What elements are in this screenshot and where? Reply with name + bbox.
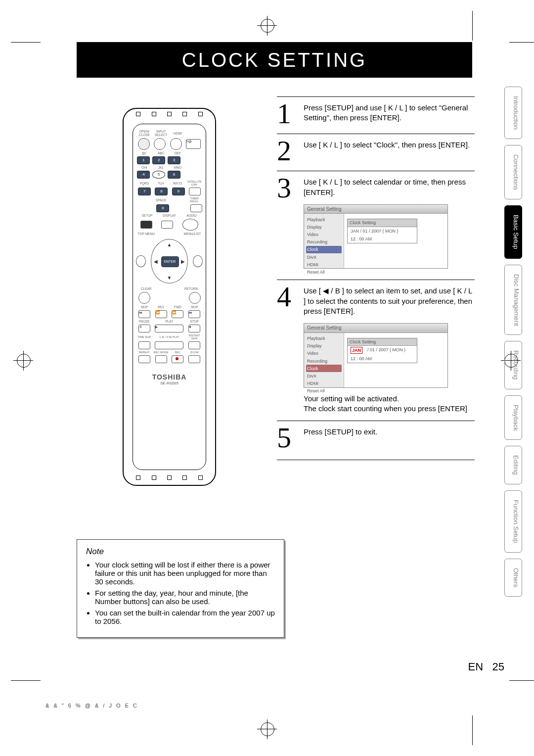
lbl-play: PLAY — [153, 320, 186, 323]
tab-function-setup: Function Setup — [504, 490, 522, 552]
step-text: Use [ K / L ] to select calendar or time… — [304, 177, 475, 197]
note-title: Note — [86, 547, 275, 557]
step-text: Use [ K / L ] to select "Clock", then pr… — [304, 138, 470, 164]
osd-menu-item: Reset All — [306, 268, 342, 276]
d-pad: ENTER ▲ ▼ ◀ ▶ — [146, 239, 193, 284]
lbl-skip-r: SKIP — [186, 305, 203, 309]
osd-menu-item: Playback — [306, 335, 342, 342]
osd-menu-item-selected: Clock — [306, 365, 342, 372]
hdmi-button — [170, 138, 182, 150]
arrow-down-icon: ▼ — [167, 275, 172, 281]
arrow-left-icon: ◀ — [154, 259, 158, 264]
crop-mark-icon — [257, 25, 277, 26]
lbl-clear: CLEAR — [141, 287, 160, 290]
btn-label-hdmi: HDMI — [170, 132, 186, 135]
ir-window-icon — [198, 112, 203, 116]
lbl-return: RETURN — [179, 287, 198, 290]
note-item: Your clock setting will be lost if eithe… — [95, 561, 275, 586]
lbl-timer: TIMER PROG. — [186, 197, 203, 203]
osd-date-rest: / 01 / 2007 ( MON ) — [367, 347, 405, 354]
ir-window-icon — [152, 112, 156, 116]
num-5-button: 5 — [152, 171, 165, 179]
lbl-space: SPACE — [153, 198, 170, 202]
lbl-zoom: ZOOM — [186, 351, 203, 354]
rec-button — [172, 355, 183, 363]
recmode-button — [155, 355, 167, 363]
lbl-rec: REC — [170, 351, 186, 354]
lbl-jkl: JKL — [153, 166, 170, 169]
step-4: 4 Use [ ◀ / B ] to select an item to set… — [277, 280, 475, 421]
ir-window-icon — [198, 475, 203, 480]
top-menu-button — [136, 255, 146, 267]
lbl-pqrs: PQRS — [136, 182, 153, 185]
record-icon — [176, 357, 178, 360]
lbl-recmode: REC MODE — [153, 351, 170, 354]
osd-box-title: Clock Setting — [348, 338, 417, 346]
osd-time-value: 12 : 00 AM — [351, 236, 372, 242]
note-callout: Note Your clock setting will be lost if … — [77, 539, 284, 638]
step-text: Press [SETUP] and use [ K / L ] to selec… — [304, 101, 475, 127]
lbl-repeat: REPEAT — [136, 351, 153, 354]
forward-icon: ⏩ — [172, 310, 183, 318]
tab-editing: Editing — [504, 446, 522, 484]
timeslip-button — [138, 341, 150, 349]
ir-window-icon — [136, 475, 140, 480]
osd-time-value: 12 : 00 AM — [351, 356, 372, 362]
remote-illustration: OPEN/ CLOSE INPUT SELECT HDMI I/⏻ @/: AB… — [119, 104, 220, 490]
num-2-button: 2 — [152, 156, 165, 164]
step-number: 4 — [277, 284, 304, 414]
lbl-topmenu: TOP MENU — [138, 232, 168, 236]
eject-icon — [138, 138, 150, 150]
ir-window-icon — [182, 475, 187, 480]
ir-window-icon — [182, 112, 187, 116]
lbl-timeslip: TIME SLIP — [136, 335, 153, 338]
lbl-audio: AUDIO — [182, 214, 201, 217]
skip-back-icon: ⏮ — [138, 310, 150, 318]
step-1: 1 Press [SETUP] and use [ K / L ] to sel… — [277, 96, 475, 134]
osd-menu-item: HDMI — [306, 261, 342, 268]
page-lang: EN — [468, 661, 484, 673]
step-number: 1 — [277, 101, 304, 127]
setup-button — [140, 221, 152, 229]
osd-box-title: Clock Setting — [348, 219, 417, 227]
sat-link-button — [189, 188, 201, 195]
crop-mark-icon — [261, 19, 274, 33]
page-num-value: 25 — [492, 661, 504, 673]
crop-mark-icon — [472, 715, 473, 745]
lbl-ghi: GHI — [136, 166, 153, 169]
step-number: 3 — [277, 175, 304, 273]
osd-window-title: General Setting — [304, 205, 447, 214]
arrow-right-icon: ▶ — [181, 259, 185, 264]
num-4-button: 4 — [137, 171, 150, 179]
num-9-button: 9 — [172, 188, 185, 195]
instant-skip-button — [188, 341, 200, 349]
crop-mark-icon — [509, 42, 534, 43]
osd-menu-list: Playback Display Video Recording Clock D… — [304, 333, 344, 387]
lbl-xplay: 1.3x / 0.8x PLAY — [153, 335, 186, 338]
osd-menu-item: Video — [306, 350, 342, 357]
osd-menu-item: HDMI — [306, 379, 342, 387]
osd-clock-box: Clock Setting JAN / 01 / 2007 ( MON ) 12… — [347, 338, 417, 363]
play-icon: ▶ — [155, 325, 183, 332]
crop-mark-icon — [267, 16, 267, 36]
zoom-button — [188, 355, 200, 363]
lbl-wxyz: WXYZ — [170, 182, 186, 185]
osd-date-value: JAN / 01 / 2007 ( MON ) — [351, 228, 399, 234]
step-number: 2 — [277, 138, 304, 164]
lbl-satlink: SATELLITE LINK — [186, 180, 203, 186]
tab-introduction: Introduction — [504, 87, 522, 139]
tab-others: Others — [504, 559, 522, 597]
osd-menu-item: Display — [306, 224, 342, 231]
step-3: 3 Use [ K / L ] to select calendar or ti… — [277, 171, 475, 280]
num-7-button: 7 — [138, 188, 151, 195]
ir-window-icon — [167, 475, 172, 480]
page-title: CLOCK SETTING — [77, 42, 472, 78]
note-item: For setting the day, year, hour and minu… — [95, 589, 275, 606]
crop-mark-icon — [509, 680, 534, 681]
note-item: You can set the built-in calendar from t… — [95, 609, 275, 625]
lbl-fwd: FWD — [170, 305, 186, 309]
brand-logo: TOSHIBA — [136, 373, 203, 381]
crop-mark-icon — [472, 11, 473, 41]
skip-fwd-icon: ⏭ — [188, 310, 200, 318]
tab-connections: Connections — [504, 145, 522, 199]
